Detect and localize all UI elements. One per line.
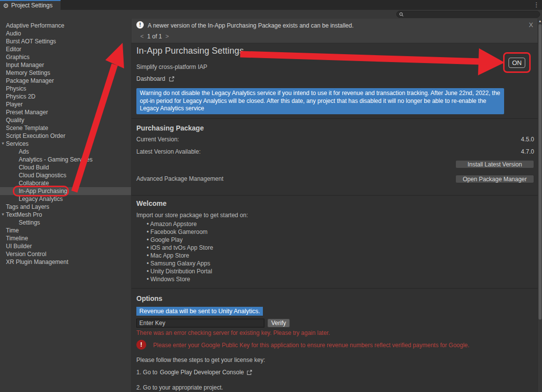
- sidebar-item-script-execution-order[interactable]: Script Execution Order: [0, 132, 131, 140]
- external-link-icon[interactable]: [246, 369, 253, 376]
- sidebar-item-ads[interactable]: Ads: [0, 148, 131, 156]
- sidebar-item-timeline[interactable]: Timeline: [0, 234, 131, 242]
- search-input[interactable]: [406, 11, 537, 17]
- sidebar-item-package-manager[interactable]: Package Manager: [0, 77, 131, 85]
- scrollbar-thumb[interactable]: [539, 24, 542, 320]
- on-toggle-annotation-box: ON: [503, 52, 531, 73]
- options-heading: Options: [136, 294, 162, 302]
- welcome-intro: Import our store package to get started …: [136, 212, 248, 219]
- sidebar-item-label: Tags and Layers: [0, 203, 49, 210]
- sidebar-item-adaptive-performance[interactable]: Adaptive Performance: [0, 22, 131, 30]
- sidebar-item-services[interactable]: ▼Services: [0, 140, 131, 148]
- external-link-icon: [168, 76, 175, 82]
- sidebar-item-preset-manager[interactable]: Preset Manager: [0, 108, 131, 116]
- step-1-prefix: 1. Go to: [136, 369, 158, 376]
- advanced-package-management-label: Advanced Package Management: [136, 175, 223, 182]
- section-divider: [131, 118, 538, 119]
- store-list-item: Mac App Store: [147, 252, 213, 260]
- open-package-manager-button[interactable]: Open Package Manager: [455, 175, 534, 183]
- sidebar-item-label: Graphics: [0, 54, 30, 61]
- section-divider: [131, 195, 538, 196]
- sidebar-item-player[interactable]: Player: [0, 100, 131, 108]
- sidebar-item-physics[interactable]: Physics: [0, 85, 131, 93]
- sidebar-item-label: Editor: [0, 46, 21, 53]
- store-list-item: Google Play: [147, 236, 213, 244]
- toolbar: [0, 10, 542, 19]
- welcome-heading: Welcome: [136, 199, 166, 207]
- scroll-up-arrow-icon[interactable]: ▲: [538, 19, 542, 23]
- prev-notification-arrow[interactable]: <: [140, 33, 144, 40]
- close-icon[interactable]: X: [529, 21, 533, 29]
- google-play-console-link[interactable]: Google Play Developer Console: [160, 369, 244, 376]
- sidebar-item-version-control[interactable]: Version Control: [0, 250, 131, 258]
- search-box[interactable]: [396, 11, 540, 18]
- sidebar-item-label: Preset Manager: [0, 109, 48, 116]
- sidebar-item-in-app-purchasing[interactable]: In-App Purchasing: [0, 187, 131, 195]
- sidebar-item-label: Legacy Analytics: [0, 196, 63, 202]
- in-app-purchasing-panel: ! A newer version of the In-App Purchasi…: [131, 19, 542, 392]
- sidebar-item-cloud-diagnostics[interactable]: Cloud Diagnostics: [0, 171, 131, 179]
- sidebar-item-time[interactable]: Time: [0, 227, 131, 234]
- dashboard-link[interactable]: Dashboard: [136, 75, 175, 82]
- sidebar-item-textmesh-pro[interactable]: ▼TextMesh Pro: [0, 211, 131, 219]
- sidebar-item-legacy-analytics[interactable]: Legacy Analytics: [0, 195, 131, 203]
- info-bubble-icon: !: [136, 21, 144, 29]
- install-latest-version-button[interactable]: Install Latest Version: [455, 160, 534, 168]
- sidebar-item-physics-2d[interactable]: Physics 2D: [0, 93, 131, 100]
- sidebar-item-label: In-App Purchasing: [0, 188, 67, 195]
- gear-icon: ⚙: [3, 2, 9, 9]
- section-divider: [131, 288, 538, 289]
- tab-project-settings[interactable]: ⚙ Project Settings: [0, 0, 61, 10]
- latest-version-value: 4.7.0: [521, 148, 534, 155]
- sidebar-item-label: Quality: [0, 117, 24, 124]
- sidebar-item-label: XR Plugin Management: [0, 259, 68, 265]
- sidebar-item-label: TextMesh Pro: [0, 211, 42, 218]
- next-notification-arrow[interactable]: >: [165, 33, 169, 40]
- update-notification-banner: ! A newer version of the In-App Purchasi…: [131, 19, 542, 43]
- sidebar-item-label: Input Manager: [0, 62, 44, 68]
- vertical-scrollbar[interactable]: ▲: [538, 19, 542, 392]
- sidebar-item-burst-aot-settings[interactable]: Burst AOT Settings: [0, 37, 131, 45]
- sidebar-item-xr-plugin-management[interactable]: XR Plugin Management: [0, 258, 131, 266]
- sidebar-item-quality[interactable]: Quality: [0, 116, 131, 124]
- service-on-toggle-button[interactable]: ON: [509, 58, 525, 68]
- page-title: In-App Purchasing Settings: [136, 46, 244, 56]
- foldout-triangle-icon[interactable]: ▼: [1, 213, 5, 217]
- step-2-text: 2. Go to your appropriate project.: [136, 384, 223, 391]
- sidebar-item-label: Timeline: [0, 235, 28, 242]
- sidebar-item-settings[interactable]: Settings: [0, 219, 131, 227]
- store-list-item: Unity Distribution Portal: [147, 268, 213, 276]
- sidebar-item-editor[interactable]: Editor: [0, 45, 131, 53]
- store-list-item: Windows Store: [147, 276, 213, 284]
- sidebar-item-label: Burst AOT Settings: [0, 38, 56, 45]
- sidebar-item-memory-settings[interactable]: Memory Settings: [0, 69, 131, 77]
- sidebar-item-collaborate[interactable]: Collaborate: [0, 179, 131, 187]
- sidebar-list: Adaptive PerformanceAudioBurst AOT Setti…: [0, 22, 131, 266]
- sidebar-item-analytics-gaming-services[interactable]: Analytics - Gaming Services: [0, 156, 131, 163]
- settings-sidebar: Adaptive PerformanceAudioBurst AOT Setti…: [0, 19, 131, 392]
- license-key-input[interactable]: [136, 319, 264, 327]
- sidebar-item-tags-and-layers[interactable]: Tags and Layers: [0, 203, 131, 211]
- sidebar-item-input-manager[interactable]: Input Manager: [0, 61, 131, 69]
- sidebar-item-ui-builder[interactable]: UI Builder: [0, 242, 131, 250]
- current-version-value: 4.5.0: [521, 136, 534, 143]
- sidebar-item-label: Audio: [0, 30, 21, 37]
- sidebar-item-label: Ads: [0, 148, 29, 155]
- sidebar-item-cloud-build[interactable]: Cloud Build: [0, 163, 131, 171]
- sidebar-item-scene-template[interactable]: Scene Template: [0, 124, 131, 132]
- analytics-note-badge: Revenue data will be sent to Unity Analy…: [136, 307, 263, 316]
- sidebar-item-label: Scene Template: [0, 125, 48, 131]
- sidebar-item-label: Memory Settings: [0, 69, 50, 76]
- sidebar-item-label: UI Builder: [0, 243, 32, 250]
- sidebar-item-label: Settings: [0, 219, 40, 226]
- sidebar-item-audio[interactable]: Audio: [0, 30, 131, 37]
- legacy-analytics-warning: Warning do not disable the Legacy Analyt…: [136, 88, 504, 114]
- sidebar-item-label: Cloud Build: [0, 164, 49, 171]
- store-list-item: Facebook Gameroom: [147, 229, 213, 236]
- kebab-menu-icon[interactable]: ⋮: [533, 1, 540, 8]
- verify-button[interactable]: Verify: [267, 319, 290, 327]
- foldout-triangle-icon[interactable]: ▼: [1, 142, 5, 146]
- steps-intro-text: Please follow these steps to get your li…: [136, 357, 265, 363]
- sidebar-item-label: Physics 2D: [0, 93, 35, 100]
- sidebar-item-graphics[interactable]: Graphics: [0, 53, 131, 61]
